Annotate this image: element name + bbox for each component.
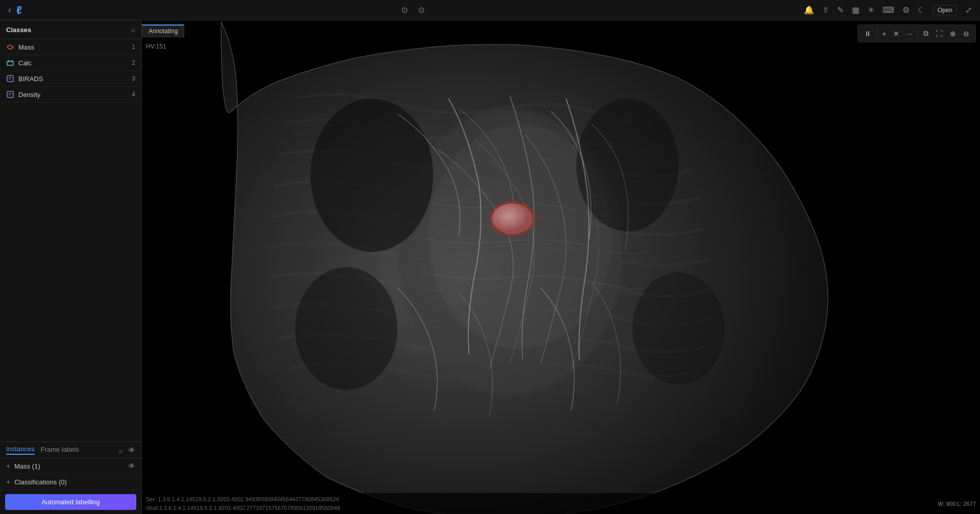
instances-section: Instances Frame labels ⌕ 👁 + Mass (1) 👁 …	[0, 442, 141, 490]
edit-icon[interactable]: ✎	[837, 5, 844, 15]
close-btn[interactable]: ✕	[890, 28, 902, 40]
layout-btn[interactable]: ⧉	[920, 27, 932, 40]
left-panel: Classes ⌕ Mass 1 Calc 2	[0, 20, 142, 514]
svg-point-13	[576, 99, 678, 231]
automated-labelling-button[interactable]: Automated labelling	[5, 494, 136, 510]
calc-icon	[6, 59, 14, 67]
share-icon[interactable]: ⇧	[822, 5, 829, 15]
svg-rect-3	[7, 76, 13, 82]
calc-number: 2	[132, 59, 135, 66]
instances-eye-icon[interactable]: 👁	[128, 446, 135, 454]
mass-label: Mass	[18, 43, 132, 51]
instances-icons: ⌕ 👁	[119, 446, 135, 454]
mass-visibility-icon[interactable]: 👁	[128, 462, 135, 470]
zoom-out-btn[interactable]: ⊖	[960, 28, 972, 40]
density-label: Density	[18, 91, 132, 99]
dark-mode-icon[interactable]: ☾	[918, 5, 925, 15]
back-icon[interactable]: ‹	[8, 5, 11, 15]
toolbar-sep-2	[918, 30, 918, 38]
add-classification-icon[interactable]: +	[6, 478, 10, 486]
pause-btn[interactable]: ⏸	[861, 28, 874, 40]
svg-point-16	[492, 203, 533, 234]
timer-icon[interactable]: ⊙	[401, 5, 408, 15]
classes-search-icon[interactable]: ⌕	[131, 26, 135, 34]
classification-instance-label: Classifications (0)	[14, 478, 135, 486]
density-icon	[6, 90, 14, 99]
svg-rect-0	[7, 61, 13, 65]
open-icon[interactable]: Open	[933, 5, 957, 15]
panel-spacer	[0, 103, 141, 442]
svg-point-12	[310, 99, 433, 252]
birads-label: BIRADS	[18, 75, 132, 83]
clock-icon[interactable]: ⊙	[418, 5, 425, 15]
tab-instances[interactable]: Instances	[6, 445, 35, 455]
svg-point-15	[632, 273, 724, 385]
calc-label: Calc	[18, 59, 132, 67]
wl-info: W: 900 L: 2677	[938, 501, 976, 507]
hv-label: HV:151	[146, 43, 166, 50]
bottom-bar: Ser: 1.3.6.1.4.1.14519.5.2.1.9203.4002.9…	[142, 493, 980, 514]
settings-icon[interactable]: ⚙	[902, 5, 910, 15]
main-area: Classes ⌕ Mass 1 Calc 2	[0, 20, 980, 514]
add-mass-icon[interactable]: +	[6, 462, 10, 470]
star-icon[interactable]: ✳	[868, 5, 874, 15]
logo-icon[interactable]: ℓ	[16, 4, 22, 17]
instances-tabs: Instances Frame labels ⌕ 👁	[0, 442, 141, 458]
topbar-right: 🔔 ⇧ ✎ ▦ ✳ ⌨ ⚙ ☾ Open ⤢	[804, 5, 972, 15]
stud-label: Stud:1.3.6.1.4.1.14519.5.2.1.9203.4002.2…	[146, 504, 340, 512]
svg-point-14	[295, 267, 397, 390]
ser-label: Ser: 1.3.6.1.4.1.14519.5.2.1.9203.4002.9…	[146, 495, 340, 504]
dicom-info: Ser: 1.3.6.1.4.1.14519.5.2.1.9203.4002.9…	[146, 495, 340, 512]
mammo-svg	[142, 20, 980, 514]
topbar-center: ⊙ ⊙	[401, 5, 425, 15]
viewer-toolbar: ⏸ + ✕ ··· ⧉ ⛶ ⊕ ⊖	[857, 25, 976, 42]
annotating-tab[interactable]: Annotating	[142, 25, 184, 37]
tab-frame-labels[interactable]: Frame labels	[41, 446, 79, 454]
svg-rect-6	[7, 91, 13, 97]
class-item-calc[interactable]: Calc 2	[0, 55, 141, 71]
topbar-left: ‹ ℓ	[8, 4, 22, 17]
class-item-mass[interactable]: Mass 1	[0, 39, 141, 55]
instance-row-classifications[interactable]: + Classifications (0)	[0, 474, 141, 490]
density-number: 4	[132, 91, 135, 98]
expand-icon[interactable]: ⤢	[965, 5, 972, 15]
viewer-area: Annotating HV:151 ⏸ + ✕ ··· ⧉ ⛶ ⊕ ⊖	[142, 20, 980, 514]
fullscreen-btn[interactable]: ⛶	[933, 28, 946, 40]
toolbar-sep-1	[876, 30, 877, 38]
class-item-density[interactable]: Density 4	[0, 87, 141, 103]
mass-instance-label: Mass (1)	[14, 462, 128, 470]
more-btn[interactable]: ···	[903, 28, 916, 40]
instances-search-icon[interactable]: ⌕	[119, 446, 123, 454]
birads-icon	[6, 75, 14, 83]
mass-number: 1	[132, 43, 135, 51]
grid-icon[interactable]: ▦	[852, 5, 860, 15]
keyboard-icon[interactable]: ⌨	[883, 5, 894, 15]
zoom-in-btn[interactable]: ⊕	[947, 28, 959, 40]
classes-title: Classes	[6, 26, 31, 34]
birads-number: 3	[132, 75, 135, 82]
bell-icon[interactable]: 🔔	[804, 5, 814, 15]
add-btn[interactable]: +	[879, 28, 889, 40]
mammo-image	[142, 20, 980, 514]
classes-header: Classes ⌕	[0, 20, 141, 39]
topbar: ‹ ℓ ⊙ ⊙ 🔔 ⇧ ✎ ▦ ✳ ⌨ ⚙ ☾ Open ⤢	[0, 0, 980, 20]
instance-row-mass[interactable]: + Mass (1) 👁	[0, 458, 141, 474]
mass-icon	[6, 43, 14, 51]
class-item-birads[interactable]: BIRADS 3	[0, 71, 141, 87]
